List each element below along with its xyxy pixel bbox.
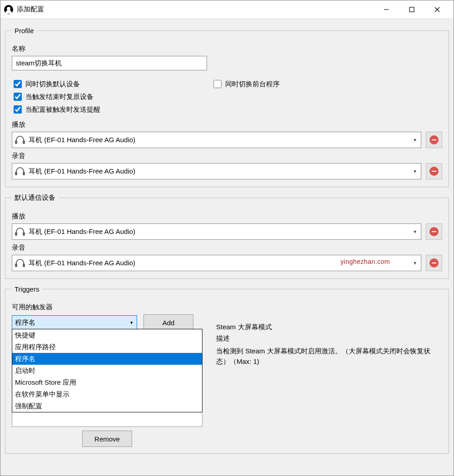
remove-icon <box>429 227 439 236</box>
chevron-down-icon: ▾ <box>414 137 416 143</box>
watermark-text: yinghezhan.com <box>340 258 390 265</box>
name-input[interactable] <box>12 56 207 70</box>
trigger-type-select[interactable]: 程序名 ▾ <box>12 315 137 330</box>
trigger-detail-title: Steam 大屏幕模式 <box>216 323 442 332</box>
add-button[interactable]: Add <box>143 314 193 331</box>
remove-icon <box>429 167 439 176</box>
comm-recording-remove-button[interactable] <box>426 255 442 271</box>
recording-device-value: 耳机 (EF-01 Hands-Free AG Audio) <box>29 167 135 176</box>
trigger-type-option[interactable]: 快捷键 <box>12 329 202 341</box>
check-restore-on-end[interactable]: 当触发结束时复原设备 <box>12 91 212 102</box>
comm-legend: 默认通信设备 <box>12 193 58 202</box>
comm-playback-device-value: 耳机 (EF-01 Hands-Free AG Audio) <box>29 228 135 236</box>
trigger-detail-desc-body: 当检测到 Steam 大屏幕模式时启用激活。（大屏幕模式关闭时会恢复状态）（Ma… <box>216 346 442 367</box>
check-restore-on-end-box[interactable] <box>14 93 22 101</box>
close-button[interactable] <box>424 1 450 18</box>
svg-rect-1 <box>410 7 414 12</box>
playback-device-select[interactable]: 耳机 (EF-01 Hands-Free AG Audio) ▾ <box>12 132 421 148</box>
chevron-down-icon: ▾ <box>414 228 416 235</box>
comm-playback-remove-button[interactable] <box>426 223 442 240</box>
headphones-icon <box>15 258 25 268</box>
comm-playback-device-select[interactable]: 耳机 (EF-01 Hands-Free AG Audio) ▾ <box>12 223 421 240</box>
playback-remove-button[interactable] <box>426 132 442 148</box>
chevron-down-icon: ▾ <box>414 260 416 266</box>
headphones-icon <box>15 166 25 176</box>
check-switch-foreground[interactable]: 同时切换前台程序 <box>212 79 280 89</box>
triggers-legend: Triggers <box>12 285 42 293</box>
headphones-icon <box>15 135 25 145</box>
check-send-notify-box[interactable] <box>14 105 22 114</box>
chevron-down-icon: ▾ <box>130 320 133 326</box>
window-title: 添加配置 <box>17 5 44 14</box>
titlebar: 添加配置 <box>0 0 454 19</box>
trigger-type-value: 程序名 <box>15 318 35 327</box>
trigger-type-option[interactable]: 在软件菜单中显示 <box>12 388 202 400</box>
remove-button[interactable]: Remove <box>82 431 132 447</box>
chevron-down-icon: ▾ <box>414 168 416 174</box>
comm-playback-label: 播放 <box>12 212 442 221</box>
available-triggers-label: 可用的触发器 <box>12 303 202 312</box>
name-label: 名称 <box>12 45 442 53</box>
recording-remove-button[interactable] <box>426 163 442 179</box>
comm-recording-label: 录音 <box>12 243 442 252</box>
check-switch-foreground-box[interactable] <box>213 80 222 88</box>
app-icon <box>4 5 13 14</box>
profile-legend: Profile <box>12 27 37 35</box>
checkbox-area: 同时切换默认设备 当触发结束时复原设备 当配置被触发时发送提醒 同时切换前台程序 <box>12 77 442 117</box>
maximize-button[interactable] <box>399 1 424 18</box>
minimize-button[interactable] <box>374 1 399 18</box>
remove-icon <box>429 135 439 144</box>
recording-label: 录音 <box>12 152 442 160</box>
profile-group: Profile 名称 同时切换默认设备 当触发结束时复原设备 当配置被触发时发 <box>5 27 449 187</box>
comm-group: 默认通信设备 播放 耳机 (EF-01 Hands-Free AG Audio)… <box>5 193 449 279</box>
remove-icon <box>429 258 439 268</box>
trigger-type-option[interactable]: 程序名 <box>12 353 202 365</box>
triggers-group: Triggers 可用的触发器 程序名 ▾ Add 快捷键应用程序路径程序名启动… <box>5 285 449 454</box>
recording-device-select[interactable]: 耳机 (EF-01 Hands-Free AG Audio) ▾ <box>12 163 421 179</box>
trigger-type-option[interactable]: 强制配置 <box>12 400 202 412</box>
trigger-type-option[interactable]: 启动时 <box>12 365 202 377</box>
check-send-notify[interactable]: 当配置被触发时发送提醒 <box>12 104 212 115</box>
window: 添加配置 Profile 名称 同时切换默认设备 <box>0 0 454 476</box>
window-controls <box>374 1 450 18</box>
trigger-detail-desc-label: 描述 <box>216 334 442 343</box>
check-switch-default[interactable]: 同时切换默认设备 <box>12 79 212 89</box>
playback-device-value: 耳机 (EF-01 Hands-Free AG Audio) <box>29 136 135 144</box>
check-switch-default-box[interactable] <box>14 80 22 88</box>
trigger-type-option[interactable]: Microsoft Store 应用 <box>12 377 202 388</box>
playback-label: 播放 <box>12 120 442 129</box>
content-area: Profile 名称 同时切换默认设备 当触发结束时复原设备 当配置被触发时发 <box>0 19 454 476</box>
headphones-icon <box>15 227 25 237</box>
comm-recording-device-value: 耳机 (EF-01 Hands-Free AG Audio) <box>29 259 135 268</box>
trigger-type-option[interactable]: 应用程序路径 <box>12 341 202 353</box>
trigger-type-dropdown[interactable]: 快捷键应用程序路径程序名启动时Microsoft Store 应用在软件菜单中显… <box>12 329 202 412</box>
